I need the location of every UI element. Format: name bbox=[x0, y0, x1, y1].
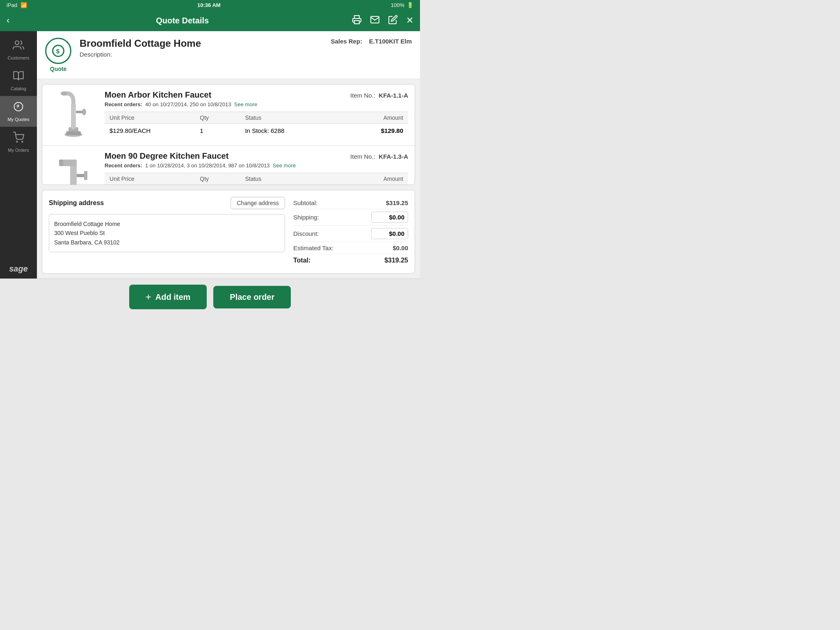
footer-bar: + Add item Place order bbox=[0, 278, 420, 315]
sidebar-item-catalog[interactable]: Catalog bbox=[0, 65, 37, 96]
subtotal-value: $319.25 bbox=[386, 199, 408, 206]
product-header-row-1: Moen Arbor Kitchen Faucet Item No.: KFA-… bbox=[105, 90, 408, 100]
sidebar-label-customers: Customers bbox=[7, 55, 29, 60]
estimated-tax-row: Estimated Tax: $0.00 bbox=[293, 242, 408, 254]
nav-actions: ✕ bbox=[352, 15, 413, 27]
back-button[interactable]: ‹ bbox=[7, 15, 9, 26]
print-icon[interactable] bbox=[352, 15, 362, 27]
svg-point-1 bbox=[15, 41, 19, 45]
quote-label: Quote bbox=[50, 66, 66, 72]
svg-point-15 bbox=[82, 109, 86, 115]
shipping-section: Shipping address Change address Broomfie… bbox=[49, 197, 285, 267]
add-item-button[interactable]: + Add item bbox=[129, 285, 207, 309]
see-more-1[interactable]: See more bbox=[234, 101, 257, 107]
svg-rect-0 bbox=[354, 21, 359, 24]
shipping-address-box: Broomfield Cottage Home 300 West Pueblo … bbox=[49, 214, 285, 252]
quote-icon-wrap: $ Quote bbox=[45, 38, 71, 72]
product-item-1: Moen Arbor Kitchen Faucet Item No.: KFA-… bbox=[42, 84, 415, 146]
sales-rep-label: Sales Rep: bbox=[331, 38, 362, 45]
discount-label: Discount: bbox=[293, 230, 319, 237]
total-label: Total: bbox=[293, 257, 310, 264]
quote-header: $ Quote Broomfield Cottage Home Descript… bbox=[37, 31, 420, 79]
place-order-button[interactable]: Place order bbox=[213, 286, 291, 308]
svg-point-6 bbox=[22, 141, 23, 142]
price-table-row-1: $129.80/EACH 1 In Stock: 6288 $129.80 bbox=[105, 124, 408, 137]
customers-icon bbox=[13, 39, 24, 54]
desc-label: Description: bbox=[80, 51, 112, 58]
email-icon[interactable] bbox=[370, 15, 380, 27]
discount-input[interactable] bbox=[371, 228, 408, 239]
battery-label: 100% bbox=[391, 2, 404, 8]
status-bar: iPad 📶 10:36 AM 100% 🔋 bbox=[0, 0, 420, 10]
close-icon[interactable]: ✕ bbox=[406, 15, 413, 26]
sales-rep-value: E.T100KIT Elm bbox=[369, 38, 412, 45]
faucet1-image bbox=[53, 90, 94, 139]
sidebar-item-customers[interactable]: Customers bbox=[0, 34, 37, 65]
product-row-1: Moen Arbor Kitchen Faucet Item No.: KFA-… bbox=[42, 84, 415, 145]
see-more-2[interactable]: See more bbox=[273, 162, 296, 169]
shipping-input[interactable] bbox=[371, 212, 408, 223]
shipping-title-row: Shipping address Change address bbox=[49, 197, 285, 209]
sidebar-bottom: sage bbox=[4, 259, 33, 278]
address-line1: Broomfield Cottage Home bbox=[54, 219, 280, 228]
total-value: $319.25 bbox=[384, 257, 408, 264]
price-table-header-2: Unit Price Qty Status Amount bbox=[105, 173, 408, 185]
sidebar-item-my-orders[interactable]: My Orders bbox=[0, 127, 37, 158]
shipping-label: Shipping: bbox=[293, 214, 319, 221]
product-row-2: Moen 90 Degree Kitchen Faucet Item No.: … bbox=[42, 146, 415, 185]
edit-icon[interactable] bbox=[388, 15, 398, 27]
bottom-area: Shipping address Change address Broomfie… bbox=[42, 190, 415, 274]
product-item-no-1: Item No.: KFA-1.1-A bbox=[350, 92, 408, 99]
svg-rect-11 bbox=[66, 131, 81, 135]
status-bar-right: 100% 🔋 bbox=[391, 2, 413, 8]
product-item-2: Moen 90 Degree Kitchen Faucet Item No.: … bbox=[42, 146, 415, 185]
sidebar-item-my-quotes[interactable]: $ My Quotes bbox=[0, 96, 37, 127]
battery-icon: 🔋 bbox=[407, 2, 413, 8]
product-header-row-2: Moen 90 Degree Kitchen Faucet Item No.: … bbox=[105, 151, 408, 161]
svg-text:$: $ bbox=[16, 104, 19, 108]
total-row: Total: $319.25 bbox=[293, 254, 408, 267]
svg-rect-22 bbox=[84, 171, 87, 180]
catalog-icon bbox=[13, 70, 24, 84]
shipping-row: Shipping: bbox=[293, 209, 408, 226]
add-item-plus-icon: + bbox=[146, 291, 151, 303]
estimated-tax-value: $0.00 bbox=[393, 244, 408, 251]
sidebar-label-my-quotes: My Quotes bbox=[7, 117, 29, 122]
products-list: Moen Arbor Kitchen Faucet Item No.: KFA-… bbox=[42, 84, 415, 185]
wifi-icon: 📶 bbox=[21, 2, 27, 8]
discount-row: Discount: bbox=[293, 226, 408, 242]
svg-point-5 bbox=[16, 141, 17, 142]
nav-title: Quote Details bbox=[13, 16, 352, 25]
svg-rect-19 bbox=[61, 160, 77, 166]
svg-rect-12 bbox=[71, 103, 76, 129]
address-line3: Santa Barbara, CA 93102 bbox=[54, 238, 280, 247]
nav-bar: ‹ Quote Details ✕ bbox=[0, 10, 420, 31]
product-item-no-2: Item No.: KFA-1.3-A bbox=[350, 153, 408, 160]
content-area: $ Quote Broomfield Cottage Home Descript… bbox=[37, 31, 420, 278]
product-image-1 bbox=[49, 90, 98, 139]
estimated-tax-label: Estimated Tax: bbox=[293, 244, 333, 251]
sidebar-label-my-orders: My Orders bbox=[8, 148, 29, 153]
shipping-title: Shipping address bbox=[49, 199, 104, 207]
my-orders-icon bbox=[13, 132, 24, 146]
change-address-button[interactable]: Change address bbox=[231, 197, 285, 209]
sidebar-label-catalog: Catalog bbox=[11, 86, 26, 91]
sidebar: Customers Catalog $ My Quotes bbox=[0, 31, 37, 278]
price-table-2: Unit Price Qty Status Amount $189.45/EAC… bbox=[105, 173, 408, 185]
address-line2: 300 West Pueblo St bbox=[54, 228, 280, 237]
svg-point-13 bbox=[61, 91, 67, 96]
recent-orders-1: Recent orders: 40 on 10/27/2014, 250 on … bbox=[105, 101, 408, 107]
recent-orders-2: Recent orders: 1 on 10/28/2014, 3 on 10/… bbox=[105, 162, 408, 169]
my-quotes-icon: $ bbox=[13, 101, 24, 115]
product-name-2: Moen 90 Degree Kitchen Faucet bbox=[105, 151, 228, 161]
quote-icon-circle: $ bbox=[45, 38, 71, 64]
status-bar-time: 10:36 AM bbox=[197, 2, 221, 8]
quote-description: Description: bbox=[80, 51, 331, 58]
quote-sales-rep: Sales Rep: E.T100KIT Elm bbox=[331, 38, 412, 45]
price-table-1: Unit Price Qty Status Amount $129.80/EAC… bbox=[105, 112, 408, 137]
product-details-1: Moen Arbor Kitchen Faucet Item No.: KFA-… bbox=[105, 90, 408, 137]
svg-rect-18 bbox=[70, 164, 77, 185]
product-image-2 bbox=[49, 151, 98, 185]
price-table-header-1: Unit Price Qty Status Amount bbox=[105, 112, 408, 124]
totals-section: Subtotal: $319.25 Shipping: Discount: Es… bbox=[293, 197, 408, 267]
